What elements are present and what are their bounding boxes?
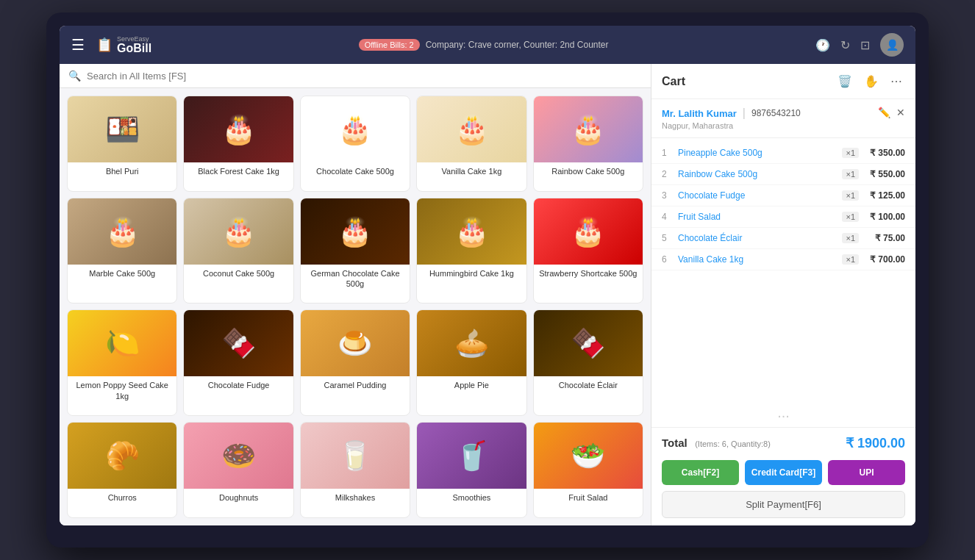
total-label: Total: [662, 437, 688, 449]
item-name-smoothie: Smoothies: [417, 489, 526, 506]
item-card-choccake[interactable]: 🎂 Chocolate Cake 500g: [300, 96, 410, 192]
item-image-chocfudge: 🍫: [184, 310, 293, 376]
item-card-blackforest[interactable]: 🎂 Black Forest Cake 1kg: [183, 96, 293, 192]
split-payment-button[interactable]: Split Payment[F6]: [662, 491, 905, 518]
item-card-vanillacake[interactable]: 🎂 Vanilla Cake 1kg: [416, 96, 526, 192]
item-card-lemon[interactable]: 🍋 Lemon Poppy Seed Cake 1kg: [67, 309, 177, 416]
item-name-rainbowcake: Rainbow Cake 500g: [534, 162, 643, 180]
item-name-donuts: Doughnuts: [184, 489, 293, 506]
item-card-strawberry[interactable]: 🎂 Strawberry Shortcake 500g: [533, 198, 643, 304]
customer-info: Mr. Lalith Kumar | 9876543210 Nagpur, Ma…: [662, 107, 801, 130]
fullscreen-icon[interactable]: ⊡: [860, 38, 870, 52]
item-card-caramel[interactable]: 🍮 Caramel Pudding: [300, 309, 410, 416]
customer-name: Mr. Lalith Kumar: [662, 108, 737, 119]
item-name-bhelpuri: Bhel Puri: [68, 162, 176, 180]
upi-button[interactable]: UPI: [828, 460, 905, 485]
clear-cart-icon[interactable]: 🗑️: [835, 71, 855, 91]
search-bar: 🔍: [60, 64, 651, 88]
item-card-marblecake[interactable]: 🎂 Marble Cake 500g: [67, 198, 177, 304]
item-card-milkshake[interactable]: 🥛 Milkshakes: [300, 422, 410, 518]
clock-icon[interactable]: 🕐: [815, 38, 830, 52]
item-image-donuts: 🍩: [184, 423, 293, 489]
hold-icon[interactable]: ✋: [861, 71, 882, 91]
item-card-bhelpuri[interactable]: 🍱 Bhel Puri: [67, 96, 177, 192]
more-icon[interactable]: ⋯: [888, 71, 905, 91]
cart-title: Cart: [662, 75, 829, 88]
cart-item-qty: ×1: [842, 212, 859, 222]
edit-customer-icon[interactable]: ✏️: [878, 107, 890, 118]
cart-item: 2 Rainbow Cake 500g ×1 ₹ 550.00: [651, 164, 915, 185]
cart-item-qty: ×1: [842, 254, 859, 265]
item-card-donuts[interactable]: 🍩 Doughnuts: [183, 422, 293, 518]
offline-badge: Offline Bills: 2: [359, 39, 420, 51]
item-name-marblecake: Marble Cake 500g: [68, 265, 176, 282]
search-input[interactable]: [87, 71, 642, 82]
refresh-icon[interactable]: ↻: [840, 38, 850, 52]
item-card-applepie[interactable]: 🥧 Apple Pie: [416, 309, 526, 416]
cart-item: 4 Fruit Salad ×1 ₹ 100.00: [651, 207, 915, 228]
cart-item-name[interactable]: Vanilla Cake 1kg: [678, 254, 842, 265]
left-panel: 🔍 🍱 Bhel Puri 🎂 Black Forest Cake 1kg 🎂 …: [60, 64, 651, 525]
menu-icon[interactable]: ☰: [71, 36, 85, 54]
item-card-smoothie[interactable]: 🥤 Smoothies: [416, 422, 526, 518]
cart-item-name[interactable]: Chocolate Éclair: [678, 233, 842, 243]
cart-item-qty: ×1: [842, 148, 859, 158]
item-card-chocfudge[interactable]: 🍫 Chocolate Fudge: [183, 309, 293, 416]
customer-name-row: Mr. Lalith Kumar | 9876543210: [662, 107, 801, 120]
cart-items: 1 Pineapple Cake 500g ×1 ₹ 350.00 2 Rain…: [651, 138, 915, 404]
item-image-lemon: 🍋: [68, 310, 176, 376]
cart-item-price: ₹ 125.00: [865, 190, 905, 201]
item-image-bhelpuri: 🍱: [68, 96, 176, 162]
laptop-shell: ☰ 📋 ServeEasy GoBill Offline Bills: 2 Co…: [46, 12, 929, 548]
customer-phone: 9876543210: [751, 108, 801, 118]
cart-item-qty: ×1: [842, 190, 859, 201]
item-name-choeclair: Chocolate Éclair: [534, 376, 643, 394]
cart-item-price: ₹ 700.00: [865, 254, 905, 265]
cash-button[interactable]: Cash[F2]: [662, 460, 739, 485]
cart-item-number: 3: [662, 190, 674, 201]
cart-item-name[interactable]: Chocolate Fudge: [678, 190, 842, 201]
item-image-marblecake: 🎂: [68, 198, 176, 265]
item-image-hummingbird: 🎂: [417, 198, 526, 265]
item-name-lemon: Lemon Poppy Seed Cake 1kg: [68, 376, 176, 405]
item-card-rainbowcake[interactable]: 🎂 Rainbow Cake 500g: [533, 96, 643, 192]
item-name-choccake: Chocolate Cake 500g: [301, 162, 410, 180]
item-image-applepie: 🥧: [417, 310, 526, 376]
cart-item-name[interactable]: Fruit Salad: [678, 212, 842, 222]
item-name-coconutcake: Coconut Cake 500g: [184, 265, 293, 282]
screen: ☰ 📋 ServeEasy GoBill Offline Bills: 2 Co…: [60, 26, 915, 525]
cart-item-name[interactable]: Rainbow Cake 500g: [678, 169, 842, 179]
item-card-germanchoc[interactable]: 🎂 German Chocolate Cake 500g: [300, 198, 410, 304]
avatar[interactable]: 👤: [880, 33, 904, 57]
item-name-caramel: Caramel Pudding: [301, 376, 410, 394]
search-icon: 🔍: [68, 70, 81, 82]
cart-item: 3 Chocolate Fudge ×1 ₹ 125.00: [651, 185, 915, 207]
cart-item-name[interactable]: Pineapple Cake 500g: [678, 148, 842, 158]
cart-item: 1 Pineapple Cake 500g ×1 ₹ 350.00: [651, 143, 915, 164]
item-card-fruitsalad[interactable]: 🥗 Fruit Salad: [533, 422, 643, 518]
item-card-hummingbird[interactable]: 🎂 Hummingbird Cake 1kg: [416, 198, 526, 304]
item-name-milkshake: Milkshakes: [301, 489, 410, 506]
item-card-coconutcake[interactable]: 🎂 Coconut Cake 500g: [183, 198, 293, 304]
item-image-choccake: 🎂: [301, 96, 410, 162]
cart-item-qty: ×1: [842, 169, 859, 179]
close-customer-icon[interactable]: ✕: [896, 107, 905, 118]
divider: |: [743, 107, 746, 120]
items-grid: 🍱 Bhel Puri 🎂 Black Forest Cake 1kg 🎂 Ch…: [60, 88, 651, 525]
company-info: Company: Crave corner, Counter: 2nd Coun…: [426, 40, 609, 50]
item-card-churros[interactable]: 🥐 Churros: [67, 422, 177, 518]
item-image-churros: 🥐: [68, 423, 176, 489]
item-image-fruitsalad: 🥗: [534, 423, 643, 489]
cart-total-section: Total (Items: 6, Quantity:8) ₹ 1900.00 C…: [651, 427, 915, 525]
cart-item-number: 4: [662, 212, 674, 222]
credit-card-button[interactable]: Credit Card[F3]: [745, 460, 822, 485]
item-image-blackforest: 🎂: [184, 96, 293, 162]
total-label-area: Total (Items: 6, Quantity:8): [662, 437, 771, 450]
item-image-vanillacake: 🎂: [417, 96, 526, 162]
item-image-germanchoc: 🎂: [301, 198, 410, 265]
header: ☰ 📋 ServeEasy GoBill Offline Bills: 2 Co…: [60, 26, 915, 64]
main-content: 🔍 🍱 Bhel Puri 🎂 Black Forest Cake 1kg 🎂 …: [60, 64, 915, 525]
item-card-choeclair[interactable]: 🍫 Chocolate Éclair: [533, 309, 643, 416]
header-center: Offline Bills: 2 Company: Crave corner, …: [151, 39, 815, 51]
cart-item-price: ₹ 100.00: [865, 212, 905, 222]
